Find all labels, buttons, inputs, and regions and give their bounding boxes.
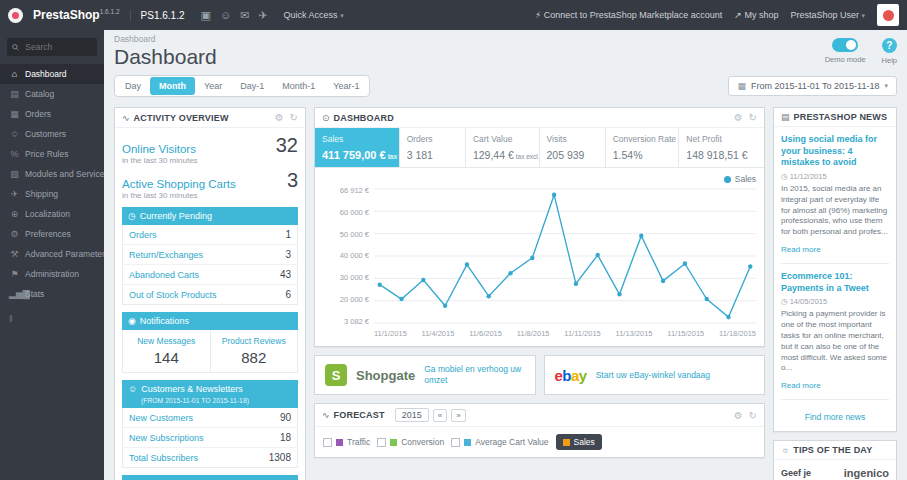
sidebar-item-localization[interactable]: ⊕Localization (0, 204, 104, 224)
shopgate-wordmark: Shopgate (356, 368, 415, 383)
cell-value: 882 (214, 349, 295, 366)
refresh-icon[interactable]: ↻ (290, 112, 298, 123)
kpi-sales[interactable]: Sales 411 759,00 €tax excl. (315, 128, 400, 167)
active-carts-link[interactable]: Active Shopping Carts (122, 178, 236, 190)
sidebar-item-label: Orders (25, 109, 51, 119)
cell-link[interactable]: Product Reviews (214, 336, 295, 346)
range-day-1-button[interactable]: Day-1 (231, 77, 273, 95)
help-icon[interactable]: ? (882, 38, 897, 53)
row-link[interactable]: Orders (129, 230, 157, 240)
date-range-segmented-control: Day Month Year Day-1 Month-1 Year-1 (114, 75, 370, 97)
checkbox[interactable] (451, 438, 460, 447)
kpi-net-profit[interactable]: Net Profit 148 918,51 € (679, 128, 764, 167)
row-value: 1308 (269, 452, 291, 463)
stats-icon: ▂▅▇ (9, 289, 20, 299)
date-range-picker-button[interactable]: ▦ From 2015-11-01 To 2015-11-18 ▾ (728, 76, 897, 96)
product-reviews-cell[interactable]: Product Reviews 882 (211, 330, 298, 372)
row-link[interactable]: New Customers (129, 413, 193, 423)
refresh-icon[interactable]: ↻ (749, 410, 757, 421)
quick-access-menu[interactable]: Quick Access ▾ (284, 10, 344, 20)
forecast-legend-sales[interactable]: Sales (556, 434, 602, 450)
user-menu[interactable]: PrestaShop User ▾ (790, 10, 865, 20)
ebay-promo[interactable]: ebay Start uw eBay-winkel vandaag (544, 355, 766, 395)
sidebar-item-modules[interactable]: ▧Modules and Services (0, 164, 104, 184)
article-date: ◷ 14/05/2015 (781, 297, 889, 306)
forecast-legend-average-cart-value[interactable]: Average Cart Value (451, 437, 548, 447)
row-link[interactable]: Total Subscribers (129, 453, 198, 463)
cart-icon[interactable]: ▣ (201, 9, 211, 22)
forecast-legend-traffic[interactable]: Traffic (323, 437, 370, 447)
row-link[interactable]: Return/Exchanges (129, 250, 203, 260)
y-tick: 66 912 € (323, 186, 369, 195)
my-shop-link[interactable]: ↗ My shop (734, 10, 778, 20)
sidebar-item-orders[interactable]: ▦Orders (0, 104, 104, 124)
cell-link[interactable]: New Messages (126, 336, 207, 346)
demo-mode-toggle[interactable] (832, 38, 858, 52)
sidebar-item-customers[interactable]: ☺Customers (0, 124, 104, 144)
chart-legend[interactable]: Sales (323, 174, 756, 184)
gauge-icon: ⊙ (322, 113, 330, 123)
breadcrumb[interactable]: Dashboard (114, 34, 217, 44)
row-link[interactable]: New Subscriptions (129, 433, 204, 443)
kpi-cart-value[interactable]: Cart Value 129,44 €tax excl. (466, 128, 540, 167)
forecast-next-button[interactable]: » (451, 409, 465, 422)
price-rules-icon: % (9, 149, 20, 159)
forecast-prev-button[interactable]: « (433, 409, 447, 422)
y-tick: 60 000 € (323, 208, 369, 217)
article-title-link[interactable]: Using social media for your business: 4 … (781, 134, 889, 169)
sidebar-item-shipping[interactable]: ✈Shipping (0, 184, 104, 204)
new-messages-cell[interactable]: New Messages 144 (123, 330, 211, 372)
forecast-year-select[interactable]: 2015 (395, 408, 429, 422)
section-title: Currently Pending (140, 211, 212, 221)
shipping-icon: ✈ (9, 189, 20, 199)
avatar[interactable] (877, 4, 899, 26)
row-link[interactable]: Abandoned Carts (129, 270, 199, 280)
range-year-1-button[interactable]: Year-1 (324, 77, 368, 95)
rocket-icon[interactable]: ✈ (258, 9, 267, 22)
profile-icon[interactable]: ☺ (220, 9, 231, 22)
sidebar-item-dashboard[interactable]: ⌂Dashboard (0, 64, 104, 84)
sidebar-item-catalog[interactable]: ▤Catalog (0, 84, 104, 104)
search-input[interactable] (23, 41, 92, 53)
sidebar-item-administration[interactable]: ⚑Administration (0, 264, 104, 284)
gear-icon[interactable]: ⚙ (275, 112, 284, 123)
dashboard-icon: ⌂ (9, 69, 20, 79)
find-more-news-link[interactable]: Find more news (805, 412, 865, 422)
read-more-link[interactable]: Read more (781, 381, 821, 390)
kpi-label: Cart Value (473, 134, 532, 144)
mail-icon[interactable]: ✉ (240, 9, 249, 22)
sidebar-item-advanced-parameters[interactable]: ⚒Advanced Parameters (0, 244, 104, 264)
customers-row-new-customers: New Customers90 (123, 408, 297, 428)
checkbox[interactable] (377, 438, 386, 447)
range-year-button[interactable]: Year (195, 77, 231, 95)
row-value: 1 (285, 229, 291, 240)
article-title-link[interactable]: Ecommerce 101: Payments in a Tweet (781, 271, 889, 294)
shopgate-promo-link[interactable]: Ga mobiel en verhoog uw omzet (424, 364, 524, 386)
shopgate-promo[interactable]: S Shopgate Ga mobiel en verhoog uw omzet (314, 355, 536, 395)
read-more-link[interactable]: Read more (781, 245, 821, 254)
modules-icon: ▧ (9, 169, 20, 179)
kpi-orders[interactable]: Orders 3 181 (400, 128, 466, 167)
sidebar-item-label: Shipping (25, 189, 58, 199)
range-month-button[interactable]: Month (150, 77, 195, 95)
sidebar-collapse-button[interactable]: ‖ (0, 304, 104, 334)
forecast-legend-conversion[interactable]: Conversion (377, 437, 444, 447)
range-day-button[interactable]: Day (116, 77, 150, 95)
sidebar-item-preferences[interactable]: ⚙Preferences (0, 224, 104, 244)
pending-row-abandoned-carts: Abandoned Carts43 (123, 265, 297, 285)
kpi-visits[interactable]: Visits 205 939 (540, 128, 606, 167)
advanced-parameters-icon: ⚒ (9, 249, 20, 259)
ebay-promo-link[interactable]: Start uw eBay-winkel vandaag (596, 370, 710, 381)
online-visitors-link[interactable]: Online Visitors (122, 143, 196, 155)
kpi-conversion-rate[interactable]: Conversion Rate 1.54% (606, 128, 680, 167)
marketplace-connect-link[interactable]: ⚡ Connect to PrestaShop Marketplace acco… (535, 10, 722, 20)
news-panel-title: PrestaShop News (794, 112, 888, 122)
gear-icon[interactable]: ⚙ (734, 112, 743, 123)
range-month-1-button[interactable]: Month-1 (273, 77, 324, 95)
row-link[interactable]: Out of Stock Products (129, 290, 217, 300)
checkbox[interactable] (323, 438, 332, 447)
sidebar-item-stats[interactable]: ▂▅▇Stats (0, 284, 104, 304)
gear-icon[interactable]: ⚙ (734, 410, 743, 421)
sidebar-item-price-rules[interactable]: %Price Rules (0, 144, 104, 164)
refresh-icon[interactable]: ↻ (749, 112, 757, 123)
